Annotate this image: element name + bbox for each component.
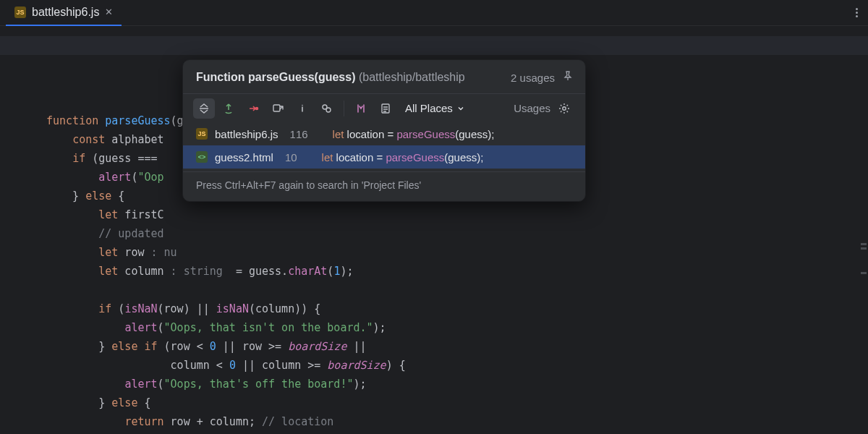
usage-row[interactable]: <> guess2.html 10 let location = parseGu… <box>183 145 585 169</box>
settings-icon[interactable] <box>553 98 575 119</box>
find-usages-popup: Function parseGuess(guess) (battleship/b… <box>182 59 586 202</box>
usage-row[interactable]: JS battleship6.js 116 let location = par… <box>183 122 585 145</box>
more-menu-icon[interactable] <box>851 8 862 17</box>
scrollbar-minimap[interactable] <box>861 26 867 434</box>
usage-line-number: 10 <box>285 151 297 163</box>
svg-point-3 <box>326 108 331 112</box>
pin-icon[interactable] <box>562 70 574 85</box>
popup-header: Function parseGuess(guess) (battleship/b… <box>183 60 585 93</box>
html-file-icon: <> <box>196 151 208 163</box>
js-file-icon: JS <box>14 7 26 18</box>
svg-rect-1 <box>273 105 280 111</box>
js-file-icon: JS <box>196 128 208 140</box>
usage-line-number: 116 <box>290 128 308 140</box>
scope-label: All Places <box>405 102 453 114</box>
usage-filename: battleship6.js <box>215 128 278 140</box>
svg-point-0 <box>256 107 258 109</box>
chevron-down-icon <box>457 105 464 112</box>
usage-filename: guess2.html <box>215 151 273 163</box>
tab-filename: battleship6.js <box>32 6 99 19</box>
open-in-find-window-icon[interactable] <box>267 98 289 119</box>
usages-list: JS battleship6.js 116 let location = par… <box>183 122 585 169</box>
svg-point-5 <box>563 106 566 109</box>
group-by-module-icon[interactable] <box>350 98 372 119</box>
usage-snippet: let location = parseGuess(guess); <box>322 151 484 163</box>
group-by-file-icon[interactable] <box>375 98 396 119</box>
navigate-previous-icon[interactable] <box>218 98 239 119</box>
usage-snippet: let location = parseGuess(guess); <box>333 128 495 140</box>
close-tab-icon[interactable]: ✕ <box>105 7 113 17</box>
scope-selector[interactable]: All Places <box>405 102 464 114</box>
editor-tab-bar: JS battleship6.js ✕ <box>0 0 868 26</box>
current-line-highlight <box>0 36 868 55</box>
navigate-next-icon[interactable] <box>242 98 264 119</box>
usages-count: 2 usages <box>511 72 555 84</box>
usages-label: Usages <box>514 102 550 114</box>
popup-toolbar: All Places Usages <box>183 93 585 122</box>
editor-tab[interactable]: JS battleship6.js ✕ <box>6 0 122 26</box>
popup-title: Function parseGuess(guess) (battleship/b… <box>196 71 503 84</box>
filter-icon[interactable] <box>316 98 338 119</box>
popup-hint: Press Ctrl+Alt+F7 again to search in 'Pr… <box>183 171 585 201</box>
expand-all-icon[interactable] <box>193 98 215 119</box>
info-icon[interactable] <box>292 98 313 119</box>
